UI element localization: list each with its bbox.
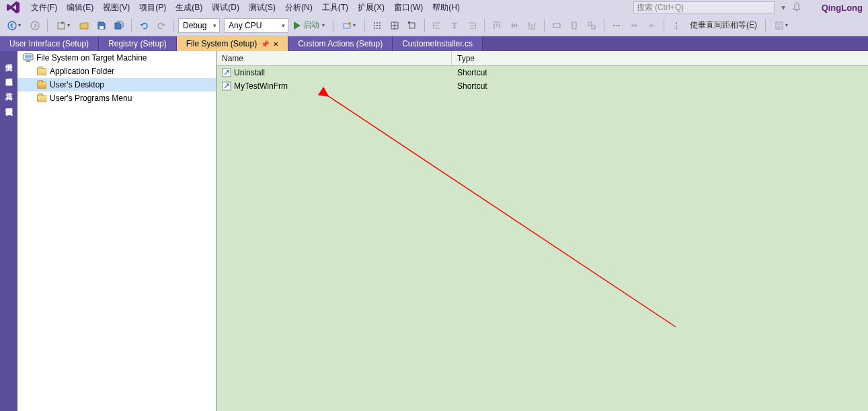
same-height-button[interactable]: [566, 17, 582, 34]
row-type: Shortcut: [457, 68, 487, 77]
row-name: MyTestWinFrm: [234, 81, 288, 91]
config-combo[interactable]: Debug: [178, 18, 220, 33]
align-middle-button[interactable]: [506, 17, 522, 34]
tab-order-button[interactable]: ▾: [770, 17, 793, 34]
hspace-inc-button[interactable]: [626, 17, 642, 34]
close-icon[interactable]: ✕: [273, 40, 278, 48]
menu-tools[interactable]: 工具(T): [318, 1, 352, 15]
save-all-button[interactable]: [111, 17, 127, 34]
folder-icon: [36, 67, 47, 76]
menu-view[interactable]: 视图(V): [99, 1, 134, 15]
nav-forward-button[interactable]: [27, 17, 43, 34]
vspace-equal-label[interactable]: 使垂直间距相等(E): [686, 20, 761, 31]
toolbar-separator: [484, 19, 485, 32]
column-header-type[interactable]: Type: [452, 51, 868, 65]
document-tab-row: User Interface (Setup) Registry (Setup) …: [0, 36, 868, 51]
menu-file[interactable]: 文件(F): [27, 1, 61, 15]
hspace-dec-button[interactable]: [643, 17, 660, 34]
tree-application-folder[interactable]: Application Folder: [17, 65, 216, 78]
tab-registry-setup[interactable]: Registry (Setup): [99, 36, 177, 51]
rail-server-explorer[interactable]: 服务器资源管理器: [3, 69, 15, 77]
svg-rect-21: [25, 55, 32, 59]
nav-back-button[interactable]: ▾: [3, 17, 26, 34]
tab-user-interface-setup[interactable]: User Interface (Setup): [0, 36, 99, 51]
tab-custom-actions-setup[interactable]: Custom Actions (Setup): [288, 36, 393, 51]
toolbar-separator: [173, 19, 174, 32]
svg-rect-2: [58, 23, 65, 29]
tab-label: CustomeInstaller.cs: [402, 39, 473, 48]
user-name[interactable]: QingLong: [822, 3, 863, 13]
tree-item-label: User's Programs Menu: [50, 94, 132, 103]
file-list-panel: Name Type Uninstall Shortcut MyTestWinFr…: [216, 51, 868, 411]
pin-icon[interactable]: 📌: [261, 40, 269, 48]
machine-icon: [23, 53, 34, 63]
platform-combo[interactable]: Any CPU: [224, 18, 288, 33]
grid-lines-button[interactable]: [387, 17, 403, 34]
tree-root-machine[interactable]: File System on Target Machine: [17, 51, 216, 65]
tab-custome-installer-cs[interactable]: CustomeInstaller.cs: [393, 36, 483, 51]
toolbar-separator: [664, 19, 664, 32]
rail-test-explorer[interactable]: 测试资源管理器: [3, 98, 15, 106]
vs-logo-icon: [4, 1, 23, 13]
align-bottom-button[interactable]: [524, 17, 540, 34]
menu-analyze[interactable]: 分析(N): [281, 1, 317, 15]
file-system-tree: File System on Target Machine Applicatio…: [17, 51, 216, 411]
list-row[interactable]: MyTestWinFrm Shortcut: [216, 79, 868, 93]
open-file-button[interactable]: [76, 17, 92, 34]
toolbar-separator: [544, 19, 545, 32]
redo-button[interactable]: [153, 17, 169, 34]
row-name: Uninstall: [234, 68, 265, 77]
svg-point-7: [377, 22, 378, 24]
start-button[interactable]: 启动 ▾: [290, 20, 329, 31]
snap-button[interactable]: [404, 17, 420, 34]
list-row[interactable]: Uninstall Shortcut: [216, 66, 868, 79]
shortcut-icon: [222, 68, 231, 77]
grid-dots-button[interactable]: [369, 17, 385, 34]
toolbar-separator: [131, 19, 132, 32]
menu-extensions[interactable]: 扩展(X): [354, 1, 389, 15]
tree-users-programs-menu[interactable]: User's Programs Menu: [17, 91, 216, 105]
align-center-button[interactable]: [446, 17, 463, 34]
toolbar-separator: [333, 19, 333, 32]
rail-toolbox[interactable]: 工具箱: [3, 83, 15, 91]
align-top-button[interactable]: [489, 17, 505, 34]
config-value: Debug: [183, 21, 206, 30]
body-area: 文件大纲 服务器资源管理器 工具箱 测试资源管理器 File System on…: [0, 51, 868, 411]
same-size-button[interactable]: [584, 17, 600, 34]
align-right-button[interactable]: [464, 17, 480, 34]
tree-item-label: User's Desktop: [50, 80, 104, 89]
menu-build[interactable]: 生成(B): [171, 1, 206, 15]
search-dropdown-icon[interactable]: ▾: [781, 3, 785, 12]
search-input[interactable]: 搜索 (Ctrl+Q): [633, 1, 775, 13]
tree-root-label: File System on Target Machine: [36, 53, 147, 63]
list-header: Name Type: [216, 51, 868, 66]
svg-point-9: [374, 25, 375, 26]
svg-rect-19: [776, 22, 783, 29]
search-placeholder: 搜索 (Ctrl+Q): [637, 2, 684, 13]
tab-label: Registry (Setup): [108, 39, 167, 48]
menu-help[interactable]: 帮助(H): [428, 1, 464, 15]
tree-users-desktop[interactable]: User's Desktop: [17, 78, 216, 91]
column-header-name[interactable]: Name: [216, 51, 452, 65]
rail-document-outline[interactable]: 文件大纲: [3, 54, 15, 62]
save-button[interactable]: [93, 17, 110, 34]
undo-button[interactable]: [136, 17, 152, 34]
hspace-equal-button[interactable]: [608, 17, 625, 34]
same-width-button[interactable]: [549, 17, 565, 34]
tool-button-1[interactable]: ▾: [338, 17, 360, 34]
menu-debug[interactable]: 调试(D): [208, 1, 243, 15]
menu-edit[interactable]: 编辑(E): [63, 1, 97, 15]
align-left-button[interactable]: [429, 17, 445, 34]
notification-bell-icon[interactable]: [792, 2, 801, 13]
menu-project[interactable]: 项目(P): [135, 1, 170, 15]
menu-window[interactable]: 窗口(W): [390, 1, 427, 15]
new-project-button[interactable]: ▾: [52, 17, 75, 34]
toolbar-separator: [765, 19, 766, 32]
vspace-equal-button[interactable]: [668, 17, 684, 34]
toolbar-separator: [604, 19, 604, 32]
menu-test[interactable]: 测试(S): [245, 1, 280, 15]
menubar-right: 搜索 (Ctrl+Q) ▾ QingLong: [633, 0, 863, 15]
tab-file-system-setup[interactable]: File System (Setup) 📌 ✕: [177, 36, 288, 51]
svg-point-5: [348, 22, 351, 25]
tab-label: User Interface (Setup): [9, 39, 89, 48]
